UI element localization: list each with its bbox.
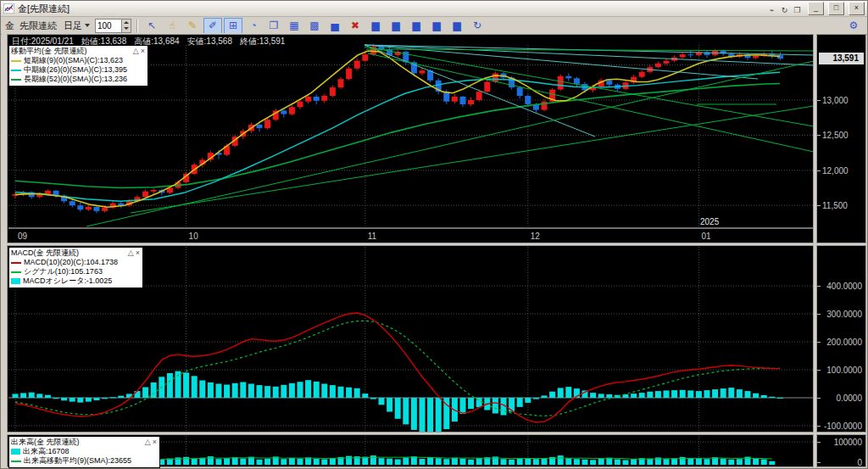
macd-tick-label: -100.0000 [824,422,862,431]
volume-legend-title: 出来高(金 先限連続) [11,438,80,447]
legend-row: MACD(10)(20)(C):104.1738 [11,258,140,267]
macd-tick-label: 200.0000 [826,338,862,347]
minimize-button[interactable]: _ [808,2,824,15]
indicator-5-tool[interactable]: ▆ [448,18,466,34]
legend-swatch [11,278,20,284]
hand-tool[interactable]: ☝ [163,18,181,34]
legend-swatch [11,271,21,273]
legend-swatch [11,70,21,71]
legend-row: シグナル(10):105.1763 [11,267,140,276]
legend-row: 短期線(9)(0)(SMA)(C):13,623 [11,56,145,65]
period-dropdown[interactable]: 日足 [62,20,92,32]
macd-tick-label: 0.0000 [836,394,862,403]
legend-row: 出来高移動平均(9)(SMA):23655 [11,456,157,466]
window-title: 金[先限連続] [18,3,70,15]
series-label: 先限連続 [19,20,57,32]
legend-row-label: 短期線(9)(0)(SMA)(C):13,623 [24,56,123,65]
settings-wrench-icon[interactable]: ⚙ [844,18,863,34]
indicator-1-tool[interactable]: ▆ [366,18,385,34]
legend-row-label: 長期線(52)(0)(SMA)(C):13,236 [24,75,127,84]
pen-tool[interactable]: ✐ [203,18,222,34]
volume-axis[interactable]: 1000000 [816,434,866,467]
legend-row: 中期線(26)(0)(SMA)(C):13,395 [11,65,145,75]
macd-axis[interactable]: 400.0000300.0000200.0000100.00000.0000-1… [816,245,866,433]
macd-tick-label: 400.0000 [826,282,862,291]
legend-swatch [11,60,21,62]
close-button[interactable]: × [849,2,865,15]
main-price-axis[interactable]: 13,00012,50012,00011,50013,591 [816,34,866,243]
macd-tick-label: 100.0000 [826,366,862,375]
ma-legend: 移動平均(金 先限連続) △ × 短期線(9)(0)(SMA)(C):13,62… [8,45,148,87]
legend-row-label: 出来高:16708 [23,447,70,456]
chevron-down-icon [85,24,90,27]
maximize-button[interactable]: □ [828,2,844,15]
price-tick-label: 12,500 [822,131,849,140]
price-tick-label: 11,500 [822,201,848,210]
app-chart-icon [3,3,14,14]
grid-3x3-tool[interactable]: ▩ [305,18,324,34]
titlebar-icon-group: ⌁↻❐ [765,1,804,16]
legend-row: MACDオシレータ:-1.0025 [11,276,140,286]
chart-layout-tool[interactable]: ❐ [264,18,283,34]
bar-count-input[interactable] [96,20,121,32]
volume-legend-collapse-button[interactable]: △ [145,438,151,447]
macd-tick-label: 300.0000 [826,310,862,319]
legend-row-label: シグナル(10):105.1763 [24,267,103,276]
svg-text:2025: 2025 [700,217,720,226]
chart-area: 09101112012025 13,00012,50012,00011,5001… [2,33,866,467]
volume-legend-close-button[interactable]: × [153,438,157,447]
title-bar[interactable]: 金[先限連続] ⌁↻❐ _ □ × [1,1,867,17]
crosshair-tool[interactable]: ⊞ [224,18,242,34]
legend-row: 出来高:16708 [11,447,157,456]
macd-legend-title: MACD(金 先限連続) [11,248,79,258]
legend-swatch [11,79,21,81]
macd-legend-close-button[interactable]: × [136,248,140,258]
legend-swatch [11,449,20,455]
price-tick-label: 13,000 [822,96,849,105]
zoom-tool[interactable]: ◔ [244,18,263,34]
legend-row-label: 中期線(26)(0)(SMA)(C):13,395 [24,65,127,75]
svg-text:10: 10 [189,232,199,241]
pencil-tool[interactable]: ✎ [183,18,202,34]
legend-row-label: MACD(10)(20)(C):104.1738 [24,258,118,267]
current-price-tag: 13,591 [819,53,864,64]
chart-type-tool[interactable]: ▅ [326,18,344,34]
select-tool[interactable]: ↖ [142,18,161,34]
volume-tick-label: 0 [857,458,862,467]
svg-text:09: 09 [18,232,28,241]
volume-tick-label: 100000 [834,438,862,447]
delete-indicator-tool[interactable]: ✖ [346,18,364,34]
indicator-2-tool[interactable]: ▆ [387,18,405,34]
legend-swatch [11,461,21,462]
link-icon[interactable]: ⌁ [765,5,778,16]
window-copy-icon[interactable]: ❐ [791,5,804,16]
bar-count-stepper[interactable] [95,19,131,33]
svg-text:11: 11 [368,232,377,241]
toolbar-tool-group: ↖☝✎✐⊞◔❐▦▩▅✖▆▆▆▆▆↻ [142,18,487,34]
svg-text:01: 01 [701,232,711,241]
legend-swatch [11,262,21,264]
legend-row-label: MACDオシレータ:-1.0025 [23,276,112,286]
macd-legend: MACD(金 先限連続) △ × MACD(10)(20)(C):104.173… [8,247,143,288]
ma-legend-collapse-button[interactable]: △ [133,47,139,56]
ma-legend-close-button[interactable]: × [141,47,145,56]
refresh-tool[interactable]: ↻ [468,18,487,34]
stepper-down-icon[interactable] [124,27,129,30]
chart-window: 金[先限連続] ⌁↻❐ _ □ × 金 先限連続 日足 ↖☝✎✐⊞◔❐▦▩▅✖▆… [0,0,868,469]
symbol-label: 金 [5,20,14,32]
svg-text:12: 12 [531,232,541,241]
period-label: 日足 [64,20,82,32]
grid-2x2-tool[interactable]: ▦ [285,18,303,34]
rotate-icon[interactable]: ↻ [778,5,791,16]
info-close: 終値:13,591 [240,36,285,46]
macd-legend-collapse-button[interactable]: △ [128,248,134,258]
ma-legend-title: 移動平均(金 先限連続) [11,47,87,56]
info-low: 安値:13,568 [187,36,232,46]
indicator-3-tool[interactable]: ▆ [407,18,426,34]
legend-row: 長期線(52)(0)(SMA)(C):13,236 [11,75,145,84]
stepper-arrows[interactable] [121,20,131,32]
volume-legend: 出来高(金 先限連続) △ × 出来高:16708出来高移動平均(9)(SMA)… [8,436,160,468]
stepper-up-icon[interactable] [124,21,129,24]
legend-row-label: 出来高移動平均(9)(SMA):23655 [24,456,131,466]
indicator-4-tool[interactable]: ▆ [427,18,446,34]
